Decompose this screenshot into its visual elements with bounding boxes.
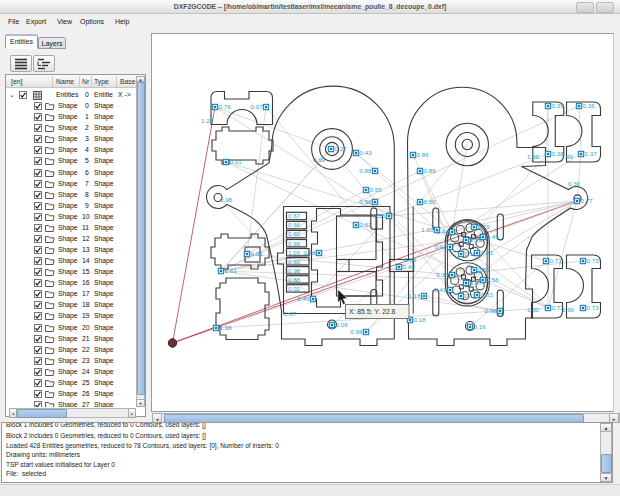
svg-text:0.01: 0.01 bbox=[230, 158, 243, 165]
svg-text:0.63: 0.63 bbox=[481, 291, 494, 298]
svg-text:0.66: 0.66 bbox=[288, 221, 301, 228]
svg-text:0.88: 0.88 bbox=[288, 276, 301, 283]
svg-text:0.41: 0.41 bbox=[434, 243, 447, 250]
svg-text:0.71: 0.71 bbox=[550, 257, 563, 264]
svg-text:0.46: 0.46 bbox=[297, 295, 310, 302]
svg-text:0.79: 0.79 bbox=[478, 223, 491, 230]
svg-text:0.88: 0.88 bbox=[404, 256, 417, 263]
svg-text:C.07: C.07 bbox=[283, 310, 297, 317]
svg-text:0.44: 0.44 bbox=[436, 228, 449, 235]
svg-text:0.43: 0.43 bbox=[360, 149, 373, 156]
svg-text:0.57: 0.57 bbox=[478, 266, 491, 273]
svg-text:0.86: 0.86 bbox=[424, 167, 437, 174]
svg-text:0.86: 0.86 bbox=[417, 151, 430, 158]
svg-text:0.95: 0.95 bbox=[370, 186, 383, 193]
svg-text:0.07: 0.07 bbox=[250, 103, 263, 110]
svg-text:0.98: 0.98 bbox=[484, 307, 497, 314]
svg-text:0.05: 0.05 bbox=[251, 250, 264, 257]
svg-text:0.46: 0.46 bbox=[403, 263, 416, 270]
svg-text:0.98: 0.98 bbox=[350, 328, 363, 335]
svg-text:0.27: 0.27 bbox=[335, 145, 348, 152]
svg-text:0.96: 0.96 bbox=[359, 198, 372, 205]
svg-text:0.56: 0.56 bbox=[487, 276, 500, 283]
svg-text:0.98: 0.98 bbox=[220, 196, 233, 203]
svg-text:0.67: 0.67 bbox=[288, 212, 301, 219]
svg-text:0.88: 0.88 bbox=[359, 167, 372, 174]
svg-text:0.73: 0.73 bbox=[587, 257, 600, 264]
svg-text:1.30: 1.30 bbox=[527, 306, 540, 313]
svg-text:1.49: 1.49 bbox=[561, 153, 574, 160]
svg-text:X: 85.5; Y: 22.8: X: 85.5; Y: 22.8 bbox=[349, 308, 396, 315]
svg-text:0.45: 0.45 bbox=[487, 233, 500, 240]
svg-text:0.62: 0.62 bbox=[360, 221, 373, 228]
svg-text:0.18: 0.18 bbox=[414, 316, 427, 323]
svg-text:0.48: 0.48 bbox=[303, 249, 316, 256]
svg-text:1.61: 1.61 bbox=[225, 267, 238, 274]
svg-text:0.47: 0.47 bbox=[470, 279, 483, 286]
svg-text:0.36: 0.36 bbox=[583, 102, 596, 109]
svg-text:0.76: 0.76 bbox=[219, 103, 232, 110]
svg-text:0.41: 0.41 bbox=[434, 286, 447, 293]
svg-text:0.69: 0.69 bbox=[313, 156, 326, 163]
svg-text:0.16: 0.16 bbox=[474, 323, 487, 330]
svg-text:1.03: 1.03 bbox=[421, 226, 434, 233]
svg-text:1.98: 1.98 bbox=[220, 324, 233, 331]
svg-text:0.15: 0.15 bbox=[470, 236, 483, 243]
svg-text:1.99: 1.99 bbox=[562, 306, 575, 313]
svg-text:0.63: 0.63 bbox=[481, 249, 494, 256]
svg-text:1.03: 1.03 bbox=[288, 249, 301, 256]
svg-text:0.73: 0.73 bbox=[587, 304, 600, 311]
svg-text:1.18: 1.18 bbox=[408, 292, 421, 299]
svg-text:0.56: 0.56 bbox=[373, 212, 386, 219]
svg-text:0.06: 0.06 bbox=[336, 321, 349, 328]
svg-text:1.28: 1.28 bbox=[201, 117, 214, 124]
svg-text:1.48: 1.48 bbox=[527, 153, 540, 160]
svg-text:0.37: 0.37 bbox=[585, 150, 598, 157]
svg-text:0.30: 0.30 bbox=[568, 180, 581, 187]
svg-text:0.98: 0.98 bbox=[288, 267, 301, 274]
svg-text:0.35: 0.35 bbox=[552, 102, 565, 109]
svg-text:0.68: 0.68 bbox=[288, 240, 301, 247]
svg-text:0.77: 0.77 bbox=[581, 197, 594, 204]
svg-text:0.60: 0.60 bbox=[288, 230, 301, 237]
svg-text:0.80: 0.80 bbox=[424, 198, 437, 205]
svg-text:0.02: 0.02 bbox=[288, 285, 301, 292]
svg-text:0.34: 0.34 bbox=[436, 271, 449, 278]
svg-text:0.60: 0.60 bbox=[288, 258, 301, 265]
